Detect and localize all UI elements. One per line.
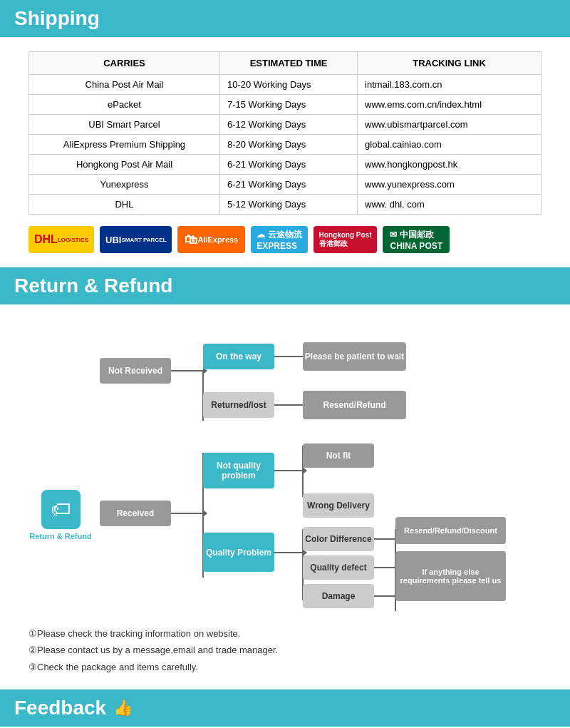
return-refund-content: 🏷 Return & Refund Not Received On the wa… bbox=[0, 304, 570, 689]
arrow-rl-right bbox=[274, 404, 303, 406]
table-cell: 6-12 Working Days bbox=[219, 115, 357, 135]
resend-refund-discount-node: Resend/Refund/Discount bbox=[395, 517, 506, 544]
table-row: Yunexpress6-21 Working Dayswww.yunexpres… bbox=[29, 175, 542, 195]
table-cell: www. dhl. com bbox=[358, 195, 542, 215]
table-row: Hongkong Post Air Mail6-21 Working Daysw… bbox=[29, 155, 542, 175]
quality-problem-node: Quality Problem bbox=[203, 533, 274, 572]
table-cell: www.ems.com.cn/index.html bbox=[358, 95, 542, 115]
color-difference-node: Color Difference bbox=[303, 527, 374, 551]
return-refund-title: Return & Refund bbox=[14, 275, 172, 297]
return-refund-header: Return & Refund bbox=[0, 267, 570, 304]
feedback-section: Feedback 👍 ★★★★★ HIGH QUALITY GOOD SERVI… bbox=[0, 689, 570, 728]
table-row: China Post Air Mail10-20 Working Daysint… bbox=[29, 75, 542, 95]
table-row: AliExpress Premium Shipping8-20 Working … bbox=[29, 135, 542, 155]
table-cell: 5-12 Working Days bbox=[219, 195, 357, 215]
note-item: ①Please check the tracking information o… bbox=[28, 625, 542, 642]
table-cell: China Post Air Mail bbox=[29, 75, 220, 95]
arrow-nr-right bbox=[171, 370, 203, 371]
table-cell: 6-21 Working Days bbox=[219, 155, 357, 175]
anything-else-node: If anything else requirements please tel… bbox=[395, 551, 506, 601]
table-cell: 6-21 Working Days bbox=[219, 175, 357, 195]
table-cell: intmail.183.com.cn bbox=[358, 75, 542, 95]
wrong-delivery-node: Wrong Delivery bbox=[303, 493, 374, 518]
thumbs-up-icon: 👍 bbox=[113, 699, 133, 717]
table-cell: Yunexpress bbox=[29, 175, 220, 195]
table-row: ePacket7-15 Working Dayswww.ems.com.cn/i… bbox=[29, 95, 542, 115]
table-row: UBI Smart Parcel6-12 Working Dayswww.ubi… bbox=[29, 115, 542, 135]
return-icon-section: 🏷 Return & Refund bbox=[28, 490, 93, 540]
arrow-d-right bbox=[374, 595, 395, 597]
shipping-title: Shipping bbox=[14, 7, 100, 29]
table-cell: www.yunexpress.com bbox=[358, 175, 542, 195]
col-header-carries: CARRIES bbox=[29, 52, 220, 75]
notes-section: ①Please check the tracking information o… bbox=[28, 625, 542, 675]
returned-lost-node: Returned/lost bbox=[203, 392, 274, 418]
damage-node: Damage bbox=[303, 584, 374, 608]
carriers-table: CARRIES ESTIMATED TIME TRACKING LINK Chi… bbox=[28, 51, 542, 215]
received-node: Received bbox=[100, 501, 171, 526]
flow-chart-container: 🏷 Return & Refund Not Received On the wa… bbox=[28, 319, 542, 618]
return-icon: 🏷 bbox=[41, 490, 81, 529]
shipping-header: Shipping bbox=[0, 0, 570, 37]
shipping-section: Shipping CARRIES ESTIMATED TIME TRACKING… bbox=[0, 0, 570, 267]
feedback-header: Feedback 👍 bbox=[0, 689, 570, 727]
arrow-qd-right bbox=[374, 567, 395, 568]
table-cell: UBI Smart Parcel bbox=[29, 115, 220, 135]
note-item: ②Please contact us by a message,email an… bbox=[28, 642, 542, 658]
not-fit-node: Not fit bbox=[303, 444, 374, 468]
arrow-nqp-right bbox=[274, 470, 303, 471]
quality-defect-node: Quality defect bbox=[303, 555, 374, 580]
return-refund-section: Return & Refund 🏷 Return & Refund Not Re… bbox=[0, 267, 570, 689]
shipping-content: CARRIES ESTIMATED TIME TRACKING LINK Chi… bbox=[0, 37, 570, 267]
arrow-cd-right bbox=[374, 538, 395, 540]
dhl-logo: DHLLOGISTICS bbox=[28, 226, 94, 253]
not-quality-node: Not quality problem bbox=[203, 453, 274, 488]
chinapost-logo: ✉ 中国邮政CHINA POST bbox=[383, 226, 450, 253]
not-received-node: Not Received bbox=[100, 358, 171, 384]
table-cell: www.hongkongpost.hk bbox=[358, 155, 542, 175]
hkpost-logo: Hongkong Post香港郵政 bbox=[314, 226, 378, 253]
note-item: ③Check the package and items carefully. bbox=[28, 659, 542, 675]
return-icon-label: Return & Refund bbox=[29, 532, 91, 540]
aliexpress-logo: 🛍 AliExpress bbox=[177, 226, 245, 253]
table-cell: www.ubismartparcel.com bbox=[358, 115, 542, 135]
table-cell: AliExpress Premium Shipping bbox=[29, 135, 220, 155]
arrow-otw-right bbox=[274, 356, 303, 357]
resend-refund-node: Resend/Refund bbox=[303, 391, 406, 419]
on-the-way-node: On the way bbox=[203, 344, 274, 369]
col-header-link: TRACKING LINK bbox=[358, 52, 542, 75]
table-cell: DHL bbox=[29, 195, 220, 215]
yuntu-logo: ☁ 云途物流EXPRESS bbox=[251, 226, 307, 253]
col-header-time: ESTIMATED TIME bbox=[219, 52, 357, 75]
feedback-title: Feedback bbox=[14, 697, 106, 719]
please-patient-node: Please be patient to wait bbox=[303, 342, 406, 371]
table-cell: 7-15 Working Days bbox=[219, 95, 357, 115]
table-cell: global.cainiao.com bbox=[358, 135, 542, 155]
table-row: DHL5-12 Working Dayswww. dhl. com bbox=[29, 195, 542, 215]
table-cell: ePacket bbox=[29, 95, 220, 115]
arrow-qp-right bbox=[274, 552, 303, 553]
carrier-logos: DHLLOGISTICS UBISMART PARCEL 🛍 AliExpres… bbox=[28, 226, 542, 253]
table-cell: Hongkong Post Air Mail bbox=[29, 155, 220, 175]
table-cell: 8-20 Working Days bbox=[219, 135, 357, 155]
table-cell: 10-20 Working Days bbox=[219, 75, 357, 95]
ubi-logo: UBISMART PARCEL bbox=[100, 226, 172, 253]
arrow-recv-right bbox=[171, 513, 203, 514]
